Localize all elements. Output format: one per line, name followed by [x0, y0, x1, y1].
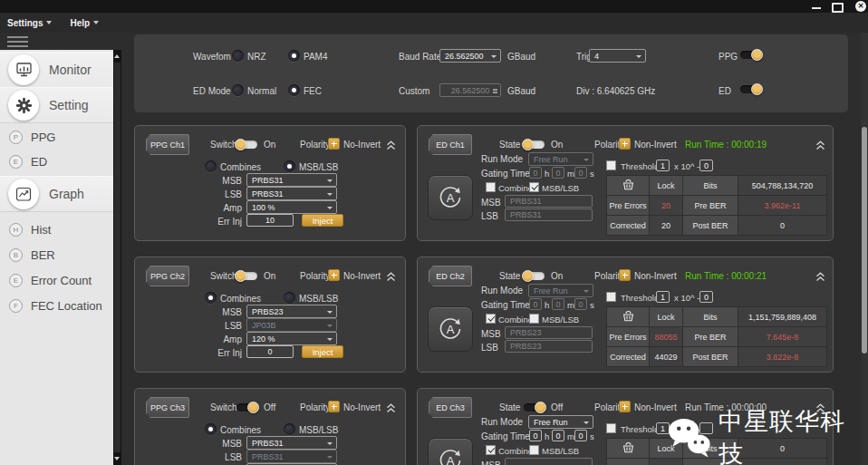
threshold-mantissa-input[interactable]: 1 [656, 291, 670, 303]
lsb-select[interactable]: PRBS31 [246, 187, 337, 200]
gating-minutes-input[interactable]: 0 [552, 430, 564, 441]
scroll-up-icon[interactable] [114, 54, 120, 58]
maximize-icon[interactable] [832, 3, 844, 13]
menu-settings[interactable]: Settings [7, 18, 52, 28]
clear-results-button[interactable] [607, 176, 649, 195]
scrollbar-thumb[interactable] [114, 63, 121, 452]
polarity-plus-icon[interactable] [619, 401, 631, 412]
scroll-down-icon[interactable] [114, 457, 120, 460]
msblsb-checkbox[interactable] [529, 314, 539, 324]
collapse-chevron-icon[interactable] [385, 269, 397, 286]
combines-checkbox[interactable] [486, 445, 496, 455]
msb-select[interactable]: PRBS23 [246, 305, 337, 318]
lsb-input[interactable]: PRBS31 [505, 208, 593, 221]
gating-seconds-input[interactable]: 0 [574, 430, 587, 441]
run-mode-select[interactable]: Free Run [528, 284, 593, 297]
content-scrollbar[interactable] [113, 50, 121, 465]
gating-seconds-input[interactable]: 0 [574, 167, 587, 179]
sidebar-item-monitor[interactable]: Monitor [0, 52, 113, 88]
trig-select[interactable]: 4 [589, 49, 646, 63]
gating-hours-input[interactable]: 0 [529, 298, 542, 310]
threshold-exponent-input[interactable]: 0 [699, 291, 713, 303]
scroll-up-icon[interactable] [862, 121, 867, 124]
threshold-checkbox[interactable] [606, 160, 616, 170]
sidebar-item-ber[interactable]: B BER [0, 243, 113, 266]
auto-sync-button[interactable]: A [428, 306, 473, 352]
gating-hours-input[interactable]: 0 [529, 430, 542, 441]
err-inj-input[interactable]: 10 [246, 214, 294, 227]
main-scrollbar[interactable] [861, 33, 868, 465]
normal-radio[interactable] [232, 84, 244, 96]
lsb-select[interactable]: JP03B [246, 318, 337, 332]
run-mode-select[interactable]: Free Run [528, 152, 593, 166]
threshold-checkbox[interactable] [606, 292, 616, 302]
collapse-chevron-icon[interactable] [815, 401, 826, 417]
polarity-plus-icon[interactable] [328, 138, 340, 150]
polarity-plus-icon[interactable] [328, 269, 340, 281]
sidebar-item-graph[interactable]: Graph [0, 176, 113, 212]
msb-input[interactable] [505, 458, 593, 465]
ppg-master-toggle[interactable] [738, 49, 763, 61]
gating-seconds-input[interactable]: 0 [574, 298, 587, 310]
collapse-chevron-icon[interactable] [815, 138, 826, 154]
msb-input[interactable]: PRBS23 [505, 326, 593, 339]
inject-button[interactable]: Inject [302, 345, 343, 358]
hamburger-menu-icon[interactable] [7, 36, 28, 47]
menu-help[interactable]: Help [70, 18, 99, 28]
gating-hours-input[interactable]: 0 [529, 167, 542, 179]
clear-results-button[interactable] [607, 439, 649, 458]
sidebar-item-fec-location[interactable]: F FEC Location [0, 294, 113, 317]
ed-master-toggle[interactable] [738, 83, 763, 95]
msblsb-checkbox[interactable] [529, 182, 539, 192]
sidebar-item-ppg[interactable]: P PPG [0, 125, 113, 149]
amp-select[interactable]: 100 % [246, 200, 337, 214]
msblsb-radio[interactable] [284, 292, 295, 304]
collapse-chevron-icon[interactable] [385, 138, 397, 154]
polarity-plus-icon[interactable] [619, 269, 631, 281]
sidebar-item-setting[interactable]: Setting [0, 87, 113, 123]
gating-minutes-input[interactable]: 0 [552, 167, 564, 179]
collapse-chevron-icon[interactable] [385, 401, 397, 417]
ppg-ch1-switch-toggle[interactable] [235, 139, 259, 150]
auto-sync-button[interactable]: A [428, 175, 473, 220]
threshold-exponent-input[interactable] [699, 422, 713, 434]
ed-ch1-state-toggle[interactable] [522, 139, 546, 150]
clear-results-button[interactable] [607, 307, 649, 326]
nrz-radio[interactable] [232, 50, 244, 62]
threshold-exponent-input[interactable]: 0 [699, 160, 713, 171]
msb-input[interactable]: PRBS31 [505, 195, 593, 208]
run-mode-select[interactable]: Free Run [528, 415, 593, 429]
threshold-checkbox[interactable] [606, 423, 616, 433]
lsb-select[interactable]: PRBS31 [246, 450, 337, 463]
msb-select[interactable]: PRBS31 [246, 436, 337, 450]
auto-sync-button[interactable]: A [428, 438, 473, 465]
main-scrollbar-thumb[interactable] [862, 127, 867, 354]
combines-radio[interactable] [205, 292, 217, 304]
baud-rate-select[interactable]: 26.562500 [439, 49, 501, 63]
sidebar-item-hist[interactable]: H Hist [0, 218, 113, 241]
ppg-ch2-switch-toggle[interactable] [235, 270, 259, 282]
gating-minutes-input[interactable]: 0 [552, 298, 564, 310]
combines-checkbox[interactable] [486, 182, 496, 192]
inject-button[interactable]: Inject [302, 214, 343, 227]
combines-checkbox[interactable] [486, 314, 496, 324]
polarity-plus-icon[interactable] [619, 138, 631, 150]
ed-ch2-state-toggle[interactable] [522, 270, 546, 282]
ed-ch3-state-toggle[interactable] [522, 402, 546, 413]
minimize-icon[interactable] [812, 7, 821, 9]
threshold-mantissa-input[interactable]: 1 [656, 422, 670, 434]
msblsb-radio[interactable] [284, 160, 295, 172]
amp-select[interactable]: 120 % [246, 332, 337, 345]
lsb-input[interactable]: PRBS23 [505, 340, 593, 353]
msblsb-radio[interactable] [284, 423, 295, 435]
threshold-mantissa-input[interactable]: 1 [656, 160, 670, 171]
sidebar-item-ed[interactable]: E ED [0, 150, 113, 173]
polarity-plus-icon[interactable] [328, 401, 340, 412]
close-icon[interactable]: ✕ [855, 1, 866, 12]
custom-baud-input[interactable]: 26.562500 [439, 83, 501, 97]
msblsb-checkbox[interactable] [529, 445, 539, 455]
combines-radio[interactable] [205, 160, 217, 172]
fec-radio[interactable] [288, 84, 300, 96]
ppg-ch3-switch-toggle[interactable] [235, 402, 259, 413]
collapse-chevron-icon[interactable] [815, 269, 826, 286]
